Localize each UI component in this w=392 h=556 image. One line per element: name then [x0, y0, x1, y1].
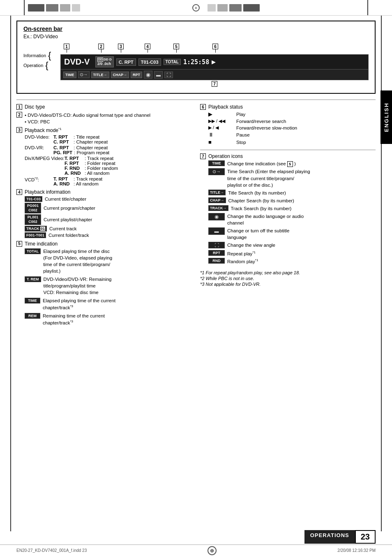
audio-format-top: DD DD D — [97, 58, 112, 62]
footnotes-area: *1 For repeat play/random play, see also… — [200, 270, 376, 287]
top-bar-right — [367, 0, 392, 15]
dvd-vr-row: DVD-VR: C. RPT : Chapter repeat PG. RPT … — [25, 145, 118, 155]
op-icon-audio-row: ◉ Change the audio language or audiochan… — [208, 213, 376, 226]
pb-ff-icon: ▶▶ / ◀◀ — [208, 118, 233, 124]
num5-line — [176, 49, 177, 53]
top-decorative-bar — [0, 0, 392, 16]
item5-num: 5 — [16, 241, 22, 247]
op-time-desc: Change time indication (see 5 ) — [227, 160, 296, 167]
seg7 — [229, 4, 242, 12]
rem-desc: Remaining time of the current chapter/tr… — [43, 313, 105, 326]
rem-badge: REM — [25, 313, 40, 319]
op-icon-angle-row: ⛶ Change the view angle — [208, 242, 376, 248]
pg001-desc: Current program/chapter — [44, 206, 95, 211]
op-rpt-btn[interactable]: RPT — [131, 72, 142, 78]
page-number: 23 — [355, 530, 376, 544]
item1-section: 1 Disc type — [16, 104, 192, 110]
item6-title: Playback status — [208, 104, 297, 110]
pb-ff-row: ▶▶ / ◀◀ Forward/reverse search — [208, 118, 297, 124]
item4-content: Playback information T01-C03 Current tit… — [25, 189, 95, 239]
pb-play-row: ▶ Play — [208, 111, 297, 117]
item1-title: Disc type — [25, 104, 45, 110]
op-audio-badge: ◉ — [208, 213, 225, 220]
top-bar-center — [188, 0, 204, 15]
op-track-desc: Track Search (by its number) — [231, 205, 292, 212]
seg5 — [208, 4, 216, 12]
vcd-row1: T. RPT : Track repeat — [53, 176, 102, 181]
dd-box: DD — [97, 58, 103, 62]
operation-label: Operation — [23, 63, 43, 68]
right-column: 6 Playback status ▶ Play ▶▶ / ◀◀ Forward… — [200, 104, 376, 330]
op-audio-desc: Change the audio language or audiochanne… — [227, 213, 304, 226]
pb-stop-text: Stop — [236, 140, 246, 145]
vr-crpt-key: C. RPT — [53, 145, 72, 150]
num1-indicator: 1 — [64, 44, 69, 53]
op-subtitle-icon[interactable]: ▬ — [154, 71, 163, 79]
op-audio-icon[interactable]: ◉ — [144, 71, 152, 79]
divx-frnd-key: F. RND — [65, 166, 83, 171]
op-rnd-badge: RND — [208, 258, 225, 264]
divx-trpt-val: : Track repeat — [85, 156, 113, 161]
op-chap-btn[interactable]: CHAP→ — [111, 72, 129, 78]
pb-play-text: Play — [236, 112, 245, 117]
item2-bullet2-text: VCD: PBC — [28, 119, 50, 124]
item5-section: 5 Time indication TOTAL Elapsed playing … — [16, 241, 192, 328]
item4-num: 4 — [16, 189, 22, 195]
op-chap-badge: CHAP→ — [208, 197, 226, 203]
top-bar-segments — [25, 0, 188, 15]
op-time-btn[interactable]: TIME — [63, 72, 76, 78]
item7-content: Operation icons TIME Change time indicat… — [208, 153, 376, 266]
pb-play-icon: ▶ — [208, 111, 233, 117]
pl001-desc: Current playlist/chapter — [44, 217, 92, 222]
left-column: 1 Disc type 2 • DVD-Video/DTS-CD: Audio … — [16, 104, 192, 330]
main-content: On-screen bar Ex.: DVD-Video Information… — [16, 21, 376, 527]
pb-ff-text: Forward/reverse search — [236, 119, 286, 124]
left-border-line — [10, 16, 11, 531]
num4-indicator: 4 — [145, 44, 150, 53]
num4-line — [148, 49, 148, 53]
dvd-vr-sub: C. RPT : Chapter repeat PG. RPT : Progra… — [53, 145, 109, 155]
item2-section: 2 • DVD-Video/DTS-CD: Audio signal forma… — [16, 112, 192, 125]
dvd-video-label: DVD-Video: — [25, 134, 53, 139]
vr-pgrpt-key: PG. RPT — [53, 150, 72, 155]
f001t001-badge: F001-T001 — [25, 232, 46, 238]
left-brace-op: { — [45, 61, 48, 70]
time-badge: TIME — [25, 298, 40, 303]
time-row-trem: T. REM DVD-Video/DVD-VR: Remaining title… — [25, 276, 115, 296]
op-rpt-desc: Repeat play*1 — [227, 250, 256, 257]
time-desc: Elapsed playing time of the current chap… — [43, 297, 115, 311]
operations-page-area: OPERATIONS 23 — [304, 530, 376, 544]
op-timesearch-desc: Time Search (Enter the elapsed playingti… — [227, 168, 310, 188]
item5-content: Time indication TOTAL Elapsed playing ti… — [25, 241, 115, 328]
pb-row-pg001: PG001C002 Current program/chapter — [25, 203, 95, 213]
op-title-btn[interactable]: TITLE→ — [91, 72, 109, 78]
operation-row: Operation { — [23, 61, 60, 70]
seg6 — [217, 4, 228, 12]
trem-desc: DVD-Video/DVD-VR: Remaining title/progra… — [44, 276, 112, 296]
left-brace-info: { — [48, 51, 51, 60]
item6-content: Playback status ▶ Play ▶▶ / ◀◀ Forward/r… — [208, 104, 297, 146]
pb-stop-icon: ■ — [208, 139, 233, 145]
item3-content: Playback mode*1 DVD-Video: T. RPT : Titl… — [25, 127, 118, 187]
item7-title: Operation icons — [208, 153, 376, 159]
vr-pgrpt-val: : Program repeat — [74, 150, 109, 155]
track01-num: 01 — [40, 227, 45, 231]
audio-format-display: DD DD D 2/0 .0ch — [95, 56, 114, 67]
bottom-right-text: 2/20/08 12:16:32 PM — [337, 548, 376, 553]
op-angle-icon: ⛶ — [164, 72, 173, 78]
divx-row: DivX/MPEG Video: T. RPT : Track repeat F… — [25, 156, 118, 176]
trpt-val: : Title repeat — [74, 134, 99, 139]
screen-info-row: DVD-V DD DD D 2/0 .0ch C. RPT T01-C03 — [60, 54, 369, 69]
item7-num: 7 — [200, 153, 206, 159]
num-box-1: 1 — [64, 44, 69, 49]
screen-area: 1 2 3 4 — [60, 43, 369, 87]
vcd-sub: T. RPT : Track repeat A. RND : All rando… — [53, 176, 102, 186]
info-row: Information { — [23, 51, 60, 60]
op-clock-icon[interactable]: ⊙→ — [78, 71, 90, 78]
trem-badge: T. REM — [25, 276, 41, 282]
vr-crpt-val: : Chapter repeat — [74, 145, 108, 150]
item3-section: 3 Playback mode*1 DVD-Video: T. RPT : Ti… — [16, 127, 192, 187]
vcd-trpt-val: : Track repeat — [74, 176, 102, 181]
footnote1: *1 For repeat play/random play, see also… — [200, 270, 376, 275]
pg001-badge: PG001C002 — [25, 203, 41, 213]
